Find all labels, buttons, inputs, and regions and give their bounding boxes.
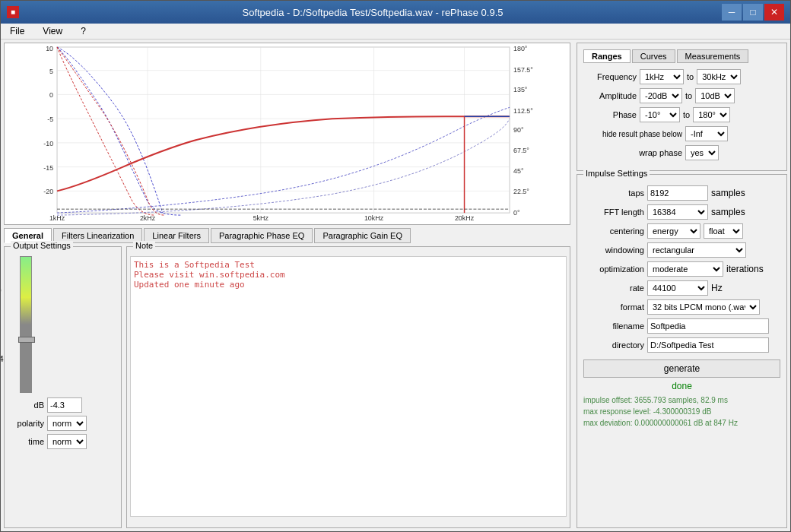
minimize-button[interactable]: ─ bbox=[722, 4, 742, 21]
directory-row: directory bbox=[583, 337, 780, 353]
menu-bar: File View ? bbox=[1, 24, 790, 40]
tab-paragraphic-gain-eq[interactable]: Paragraphic Gain EQ bbox=[314, 228, 411, 243]
tab-bar: General Filters Linearization Linear Fil… bbox=[4, 228, 570, 243]
ranges-tab-measurements[interactable]: Measurements bbox=[677, 49, 749, 63]
format-row: format 32 bits LPCM mono (.wav) 16 bits … bbox=[583, 299, 780, 315]
svg-text:67.5°: 67.5° bbox=[513, 147, 529, 154]
fft-length-row: FFT length 16384819232768 samples bbox=[583, 204, 780, 220]
format-select[interactable]: 32 bits LPCM mono (.wav) 16 bits LPCM mo… bbox=[647, 299, 760, 315]
frequency-to-select[interactable]: 30kHz20kHz bbox=[697, 69, 741, 84]
fft-length-select[interactable]: 16384819232768 bbox=[647, 204, 708, 220]
db-value-row: dB bbox=[8, 397, 118, 413]
polarity-row: polarity norm inv bbox=[8, 416, 118, 431]
ranges-tab-ranges[interactable]: Ranges bbox=[583, 49, 631, 63]
hide-result-phase-select[interactable]: -Inf-60dB bbox=[685, 126, 728, 141]
phase-to-label: to bbox=[683, 110, 690, 119]
amplitude-from-select[interactable]: -20dB-30dB bbox=[640, 88, 682, 103]
right-panel: Ranges Curves Measurements Frequency 1kH… bbox=[573, 40, 790, 531]
time-label: time bbox=[8, 437, 44, 446]
main-content: 10 5 0 -5 -10 -15 -20 180° 157.5° 135° 1… bbox=[1, 40, 790, 531]
bottom-section: Output Settings +6 0 -24 dB bbox=[4, 246, 570, 528]
svg-text:90°: 90° bbox=[513, 126, 524, 134]
optimization-unit: iterations bbox=[726, 264, 764, 274]
directory-input[interactable] bbox=[647, 337, 769, 353]
windowing-select[interactable]: rectangularhann bbox=[647, 242, 746, 258]
note-panel: Note bbox=[126, 246, 570, 528]
generate-button[interactable]: generate bbox=[583, 359, 780, 378]
slider-area: +6 0 -24 bbox=[8, 256, 118, 393]
menu-view[interactable]: View bbox=[40, 25, 65, 37]
wrap-phase-select[interactable]: yesno bbox=[685, 145, 719, 160]
time-select[interactable]: norm inv bbox=[47, 434, 87, 449]
svg-text:-15: -15 bbox=[43, 164, 53, 172]
status-line-2: max response level: -4.300000319 dB bbox=[583, 406, 780, 417]
filename-label: filename bbox=[583, 321, 644, 331]
chart-area: 10 5 0 -5 -10 -15 -20 180° 157.5° 135° 1… bbox=[4, 43, 570, 225]
svg-text:135°: 135° bbox=[513, 86, 528, 93]
ranges-tabs: Ranges Curves Measurements bbox=[583, 49, 780, 63]
optimization-select[interactable]: moderatefastthorough bbox=[647, 261, 723, 277]
time-row: time norm inv bbox=[8, 434, 118, 449]
phase-row: Phase -10°-180° to 180°360° bbox=[583, 107, 780, 122]
svg-text:-10: -10 bbox=[43, 140, 53, 147]
level-slider[interactable] bbox=[20, 256, 32, 393]
close-button[interactable]: ✕ bbox=[764, 4, 784, 21]
slider-thumb[interactable] bbox=[18, 337, 35, 343]
wrap-phase-row: wrap phase yesno bbox=[583, 145, 780, 160]
window-controls: ─ □ ✕ bbox=[722, 4, 784, 21]
taps-label: taps bbox=[583, 188, 644, 198]
db-value-input[interactable] bbox=[47, 397, 82, 413]
polarity-label: polarity bbox=[8, 419, 44, 428]
rate-select[interactable]: 441004800096000 bbox=[647, 280, 708, 296]
optimization-row: optimization moderatefastthorough iterat… bbox=[583, 261, 780, 277]
centering-select1[interactable]: energypeak bbox=[647, 223, 700, 239]
svg-text:112.5°: 112.5° bbox=[513, 107, 533, 115]
phase-to-select[interactable]: 180°360° bbox=[693, 107, 730, 122]
done-text: done bbox=[583, 381, 780, 391]
centering-select2[interactable]: floatinteger bbox=[704, 223, 743, 239]
menu-file[interactable]: File bbox=[7, 25, 27, 37]
window-title: Softpedia - D:/Softpedia Test/Softpedia.… bbox=[24, 7, 722, 18]
phase-label: Phase bbox=[583, 110, 637, 119]
centering-label: centering bbox=[583, 226, 644, 236]
impulse-settings-label: Impulse Settings bbox=[583, 169, 650, 178]
hide-result-phase-row: hide result phase below -Inf-60dB bbox=[583, 126, 780, 141]
rate-row: rate 441004800096000 Hz bbox=[583, 280, 780, 296]
svg-text:0: 0 bbox=[49, 91, 53, 99]
menu-help[interactable]: ? bbox=[78, 25, 89, 37]
rate-unit: Hz bbox=[711, 283, 723, 293]
filename-input[interactable] bbox=[647, 318, 769, 334]
svg-text:157.5°: 157.5° bbox=[513, 66, 533, 74]
db-label: dB bbox=[8, 401, 44, 410]
fft-label: FFT length bbox=[583, 207, 644, 217]
main-window: ■ Softpedia - D:/Softpedia Test/Softpedi… bbox=[0, 0, 791, 532]
directory-label: directory bbox=[583, 340, 644, 350]
amplitude-label: Amplitude bbox=[583, 91, 637, 100]
svg-text:10kHz: 10kHz bbox=[364, 214, 384, 222]
filename-row: filename bbox=[583, 318, 780, 334]
ranges-box: Ranges Curves Measurements Frequency 1kH… bbox=[577, 43, 787, 171]
frequency-from-select[interactable]: 1kHz100Hz bbox=[640, 69, 684, 84]
maximize-button[interactable]: □ bbox=[743, 4, 763, 21]
optimization-label: optimization bbox=[583, 264, 644, 274]
frequency-to-label: to bbox=[687, 72, 694, 81]
taps-input[interactable] bbox=[647, 185, 708, 201]
note-textarea[interactable] bbox=[130, 256, 567, 517]
wrap-phase-label: wrap phase bbox=[583, 148, 682, 157]
svg-text:22.5°: 22.5° bbox=[513, 188, 529, 195]
svg-text:10: 10 bbox=[46, 45, 53, 52]
rate-label: rate bbox=[583, 283, 644, 293]
svg-text:2kHz: 2kHz bbox=[140, 214, 156, 222]
db-0-label: 0 bbox=[1, 287, 2, 295]
app-icon: ■ bbox=[7, 6, 19, 18]
status-line-1: impulse offset: 3655.793 samples, 82.9 m… bbox=[583, 394, 780, 406]
svg-text:-5: -5 bbox=[47, 116, 53, 123]
impulse-settings-panel: Impulse Settings taps samples FFT length… bbox=[577, 174, 787, 528]
status-area: impulse offset: 3655.793 samples, 82.9 m… bbox=[583, 394, 780, 429]
ranges-tab-curves[interactable]: Curves bbox=[632, 49, 675, 63]
amplitude-to-select[interactable]: 10dB20dB bbox=[695, 88, 735, 103]
phase-from-select[interactable]: -10°-180° bbox=[640, 107, 680, 122]
tab-paragraphic-phase-eq[interactable]: Paragraphic Phase EQ bbox=[211, 228, 313, 243]
svg-text:45°: 45° bbox=[513, 167, 524, 175]
polarity-select[interactable]: norm inv bbox=[47, 416, 87, 431]
